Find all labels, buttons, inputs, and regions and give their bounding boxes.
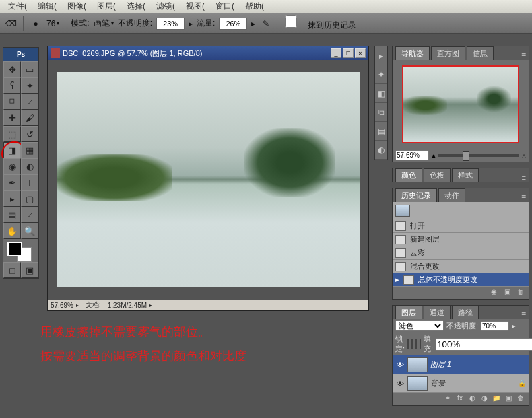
docinfo-value[interactable]: 1.23M/2.45M xyxy=(108,302,152,309)
lasso-tool[interactable]: ʕ xyxy=(3,77,21,94)
menu-window[interactable]: 窗口( xyxy=(210,0,240,13)
new-state-icon[interactable]: ▣ xyxy=(502,288,512,298)
mode-select[interactable]: 画笔 xyxy=(94,18,114,29)
zoom-tool[interactable]: 🔍 xyxy=(21,223,38,239)
brush-tool[interactable]: 🖌 xyxy=(21,110,38,126)
link-layers-icon[interactable]: ⚭ xyxy=(442,394,453,404)
history-item[interactable]: 混合更改 xyxy=(393,260,529,273)
visibility-icon[interactable]: 👁 xyxy=(395,360,405,370)
heal-tool[interactable]: ✚ xyxy=(3,110,21,126)
notes-tool[interactable]: ▤ xyxy=(3,207,21,223)
path-select-tool[interactable]: ▸ xyxy=(3,190,21,207)
history-item[interactable]: 新建图层 xyxy=(393,233,529,246)
lock-all-icon[interactable] xyxy=(420,339,421,349)
panel-menu-icon[interactable]: ≡ xyxy=(519,193,529,202)
tab-color[interactable]: 颜色 xyxy=(395,168,422,182)
gradient-tool[interactable]: ▦ xyxy=(21,142,38,158)
eyedropper-tool[interactable]: ⟋ xyxy=(21,207,38,223)
dock-brushes-icon[interactable]: ✦ xyxy=(375,65,387,84)
navigator-zoom-input[interactable] xyxy=(395,150,429,160)
canvas-area[interactable] xyxy=(48,60,368,300)
tab-histogram[interactable]: 直方图 xyxy=(431,46,465,60)
opacity-input[interactable] xyxy=(156,18,185,30)
close-button[interactable]: × xyxy=(355,48,366,58)
minimize-button[interactable]: _ xyxy=(331,48,341,58)
layer-row[interactable]: 👁 背景 🔒 xyxy=(393,374,529,393)
maximize-button[interactable]: □ xyxy=(343,48,354,58)
eraser-tool[interactable]: ◨ xyxy=(3,142,21,158)
tab-layers[interactable]: 图层 xyxy=(395,306,422,319)
wand-tool[interactable]: ✦ xyxy=(21,77,38,94)
opacity-dropdown-icon[interactable]: ▸ xyxy=(512,322,516,330)
tab-info[interactable]: 信息 xyxy=(467,46,494,60)
hand-tool[interactable]: ✋ xyxy=(3,223,21,239)
tab-swatches[interactable]: 色板 xyxy=(424,168,451,182)
layer-row[interactable]: 👁 图层 1 xyxy=(393,355,529,374)
dodge-tool[interactable]: ◐ xyxy=(21,158,38,174)
navigator-thumbnail[interactable] xyxy=(402,65,519,143)
menu-help[interactable]: 帮助( xyxy=(240,0,269,13)
type-tool[interactable]: T xyxy=(21,174,38,190)
opacity-dropdown-icon[interactable]: ▸ xyxy=(189,19,193,28)
canvas-image[interactable] xyxy=(57,72,360,287)
document-titlebar[interactable]: DSC_0269.JPG @ 57.7% (图层 1, RGB/8) _ □ × xyxy=(48,46,368,60)
screenmode-toggle[interactable]: ▣ xyxy=(21,262,38,278)
shape-tool[interactable]: ▢ xyxy=(21,190,38,207)
adjustment-layer-icon[interactable]: ◑ xyxy=(479,394,490,404)
flow-dropdown-icon[interactable]: ▸ xyxy=(251,19,255,28)
layer-fill-input[interactable] xyxy=(436,338,532,351)
history-item[interactable]: ▸总体不透明度更改 xyxy=(393,273,529,287)
menu-image[interactable]: 图像( xyxy=(62,0,92,13)
new-layer-icon[interactable]: ▣ xyxy=(503,394,514,404)
brush-size-picker[interactable]: 76 xyxy=(46,19,59,28)
visibility-icon[interactable]: 👁 xyxy=(395,379,405,388)
brush-preset-icon[interactable]: ● xyxy=(29,17,42,30)
move-tool[interactable]: ✥ xyxy=(3,61,21,77)
dock-clone-icon[interactable]: ◧ xyxy=(375,84,387,103)
layer-name[interactable]: 图层 1 xyxy=(430,359,451,370)
lock-position-icon[interactable] xyxy=(415,339,417,349)
blur-tool[interactable]: ◉ xyxy=(3,158,21,174)
panel-menu-icon[interactable]: ≡ xyxy=(519,174,529,182)
trash-icon[interactable]: 🗑 xyxy=(515,288,526,298)
fg-color-swatch[interactable] xyxy=(7,242,22,256)
menu-layer[interactable]: 图层( xyxy=(92,0,121,13)
dock-presets-icon[interactable]: ⧉ xyxy=(375,103,387,122)
tab-paths[interactable]: 路径 xyxy=(452,306,479,319)
airbrush-icon[interactable]: ✎ xyxy=(259,17,273,30)
dock-arrow-icon[interactable]: ▸ xyxy=(375,46,387,65)
lock-pixels-icon[interactable] xyxy=(411,339,413,349)
lock-transparency-icon[interactable] xyxy=(407,339,409,349)
history-item[interactable]: 打开 xyxy=(393,219,529,233)
panel-menu-icon[interactable]: ≡ xyxy=(519,50,529,60)
marquee-tool[interactable]: ▭ xyxy=(21,61,38,77)
layer-opacity-input[interactable] xyxy=(481,321,509,331)
tab-styles[interactable]: 样式 xyxy=(452,168,479,182)
tab-channels[interactable]: 通道 xyxy=(424,306,451,319)
flow-input[interactable] xyxy=(219,18,247,30)
menu-filter[interactable]: 滤镜( xyxy=(151,0,180,13)
new-group-icon[interactable]: 📁 xyxy=(491,394,502,404)
layer-mask-icon[interactable]: ◐ xyxy=(467,394,477,404)
quickmask-toggle[interactable]: ◻ xyxy=(3,262,21,278)
history-brush-source-icon[interactable]: ▸ xyxy=(395,275,399,284)
slice-tool[interactable]: ⟋ xyxy=(21,94,38,110)
tab-history[interactable]: 历史记录 xyxy=(395,188,437,202)
menu-view[interactable]: 视图( xyxy=(180,0,210,13)
panel-menu-icon[interactable]: ≡ xyxy=(519,310,529,319)
blend-mode-select[interactable]: 滤色 xyxy=(395,320,444,331)
layer-style-icon[interactable]: fx xyxy=(455,394,465,404)
pen-tool[interactable]: ✒ xyxy=(3,174,21,190)
menu-select[interactable]: 选择( xyxy=(121,0,151,13)
tab-navigator[interactable]: 导航器 xyxy=(395,46,430,60)
crop-tool[interactable]: ⧉ xyxy=(3,94,21,110)
dock-layers-icon[interactable]: ▤ xyxy=(375,122,387,141)
dock-channels-icon[interactable]: ◐ xyxy=(375,141,387,160)
zoom-readout[interactable]: 57.69% xyxy=(51,302,79,309)
menu-file[interactable]: 文件( xyxy=(3,0,32,13)
zoom-out-icon[interactable]: ▴ xyxy=(432,151,436,160)
stamp-tool[interactable]: ⬚ xyxy=(3,126,21,142)
erase-history-checkbox[interactable]: 抹到历史记录 xyxy=(277,15,356,31)
tab-actions[interactable]: 动作 xyxy=(438,188,465,202)
history-brush-tool[interactable]: ↺ xyxy=(21,126,38,142)
